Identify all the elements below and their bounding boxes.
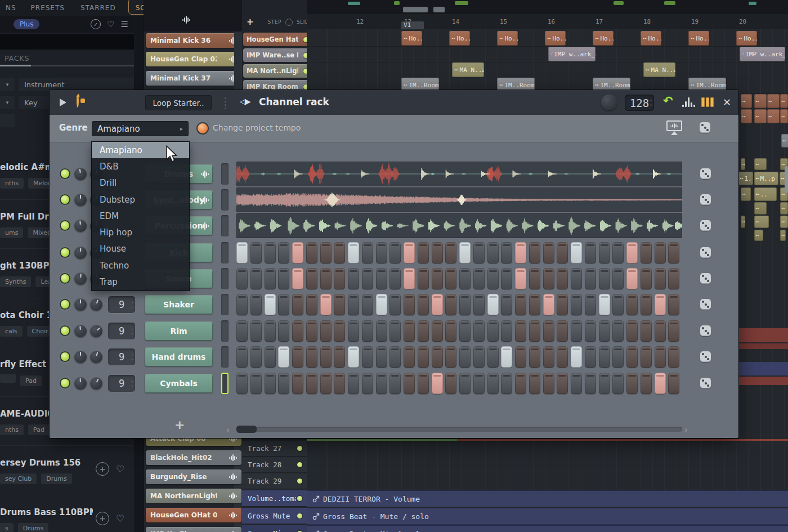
track-led[interactable] <box>297 462 302 467</box>
step-button[interactable] <box>306 242 317 263</box>
step-button[interactable] <box>571 268 582 289</box>
playlist-track-name[interactable]: Track 27 <box>242 441 307 457</box>
step-button[interactable] <box>445 242 456 263</box>
step-button[interactable] <box>418 346 429 368</box>
step-button[interactable] <box>432 346 443 368</box>
randomize-dice-icon[interactable] <box>700 168 711 179</box>
playlist-cell-clip[interactable]: ▸▸ <box>767 94 780 108</box>
pan-knob[interactable] <box>74 351 87 363</box>
tempo-display[interactable]: 128⌃⌄ <box>625 95 654 111</box>
genre-option-edm[interactable]: EDM <box>92 208 189 224</box>
add-circle-icon[interactable]: + <box>96 462 109 476</box>
step-button[interactable] <box>571 294 582 315</box>
tag-pill[interactable]: Drums <box>18 523 48 532</box>
step-button[interactable] <box>459 346 471 368</box>
step-button[interactable] <box>529 320 540 342</box>
tag-pill[interactable]: Pad <box>28 424 50 435</box>
step-button[interactable] <box>501 294 512 315</box>
step-button[interactable] <box>236 268 248 289</box>
playlist-cell-clip[interactable]: ▸▸ <box>754 94 767 108</box>
channel-select-slot[interactable] <box>221 163 229 185</box>
step-button[interactable] <box>626 294 638 315</box>
step-button[interactable] <box>626 268 638 289</box>
channel-enable-led[interactable] <box>61 352 69 361</box>
playlist-clip[interactable]: ▸▸MA N..at <box>643 62 675 77</box>
check-circle-icon[interactable]: ✓ <box>91 19 101 29</box>
step-button[interactable] <box>585 268 596 289</box>
step-button[interactable] <box>265 320 276 342</box>
step-button[interactable] <box>389 268 401 289</box>
step-button[interactable] <box>306 346 317 368</box>
caret-icon[interactable]: ▾ <box>0 96 15 109</box>
genre-option-hip-hop[interactable]: Hip hop <box>92 224 189 240</box>
step-button[interactable] <box>612 346 624 368</box>
step-button[interactable] <box>404 373 415 394</box>
step-button[interactable] <box>265 268 276 289</box>
step-button[interactable] <box>626 320 638 342</box>
step-button[interactable] <box>362 346 373 368</box>
channel-enable-led[interactable] <box>61 379 69 387</box>
playlist-cell-clip[interactable]: ▸▸ <box>780 109 788 123</box>
playlist-grid-bottom[interactable] <box>307 441 788 490</box>
step-button[interactable] <box>529 373 540 394</box>
genre-option-drill[interactable]: Drill <box>92 175 189 191</box>
genre-option-trap[interactable]: Trap <box>92 274 189 290</box>
step-button[interactable] <box>278 294 289 315</box>
volume-knob[interactable] <box>90 351 102 363</box>
step-button[interactable] <box>265 373 276 394</box>
genre-dropdown[interactable]: Amapiano▸ <box>92 121 189 136</box>
channel-name-button[interactable]: Rim <box>145 321 213 341</box>
playlist-clip[interactable]: ▸▸MA N..at <box>452 62 484 77</box>
step-button[interactable] <box>362 294 373 315</box>
step-button[interactable] <box>459 373 471 394</box>
step-button[interactable] <box>543 294 554 315</box>
sample-button[interactable]: Burgundy_Rise <box>146 470 241 484</box>
add-channel-button[interactable]: + <box>174 418 185 432</box>
swing-knob[interactable] <box>601 95 617 110</box>
playlist-track-name[interactable]: Track 28 <box>242 457 307 473</box>
tag-pill[interactable]: sey Club <box>0 473 37 484</box>
scroll-right-icon[interactable]: › <box>684 425 688 435</box>
sample-button[interactable]: MA NorthernLights C... <box>146 489 241 503</box>
step-button[interactable] <box>543 320 554 342</box>
step-button[interactable] <box>265 242 276 263</box>
step-button[interactable] <box>571 346 582 368</box>
channel-enable-led[interactable] <box>61 221 69 230</box>
step-button[interactable] <box>641 373 652 394</box>
playlist-band-clip[interactable] <box>738 343 788 349</box>
playlist-clip[interactable]: ▸▸Ho.. <box>593 31 614 46</box>
tab-presets[interactable]: PRESETS <box>28 1 68 15</box>
step-button[interactable] <box>557 268 568 289</box>
track-led[interactable] <box>297 479 302 484</box>
step-button[interactable] <box>250 268 262 289</box>
step-button[interactable] <box>459 242 471 263</box>
step-button[interactable] <box>501 320 512 342</box>
playlist-track-name[interactable]: Gross Mix <box>242 525 307 532</box>
step-button[interactable] <box>641 320 652 342</box>
track-led[interactable] <box>297 446 302 451</box>
step-button[interactable] <box>473 294 485 315</box>
step-button[interactable] <box>655 294 666 315</box>
playlist-cell-clip[interactable]: ▸▸ <box>780 202 788 214</box>
step-button[interactable] <box>612 320 624 342</box>
step-button[interactable] <box>487 346 499 368</box>
sample-button[interactable]: HouseGen Clap 02 #2 <box>146 52 241 66</box>
step-button[interactable] <box>515 294 526 315</box>
tag-pill[interactable]: nths <box>0 178 24 189</box>
heart-icon[interactable]: ♡ <box>116 463 124 475</box>
playlist-timeline-ruler[interactable]: 121314151617181920 <box>307 14 788 29</box>
channel-enable-led[interactable] <box>61 300 69 309</box>
steps-horizontal-scrollbar[interactable] <box>236 427 682 432</box>
undo-icon[interactable]: ↶ <box>663 94 673 108</box>
playlist-clip[interactable]: ▸▸Ho.. <box>688 31 709 46</box>
step-button[interactable] <box>334 320 345 342</box>
step-button[interactable] <box>432 242 443 263</box>
step-button[interactable] <box>445 320 456 342</box>
playlist-band-clip[interactable] <box>738 377 788 385</box>
filter-pill-plus[interactable]: Plus <box>14 19 39 29</box>
playlist-clip[interactable]: ▸▸Ho.. <box>449 31 470 46</box>
step-button[interactable] <box>585 242 596 263</box>
playlist-clip[interactable]: ⁄IMP w..ark_e <box>548 47 596 61</box>
step-button[interactable] <box>473 373 485 394</box>
track-led[interactable] <box>297 513 302 518</box>
